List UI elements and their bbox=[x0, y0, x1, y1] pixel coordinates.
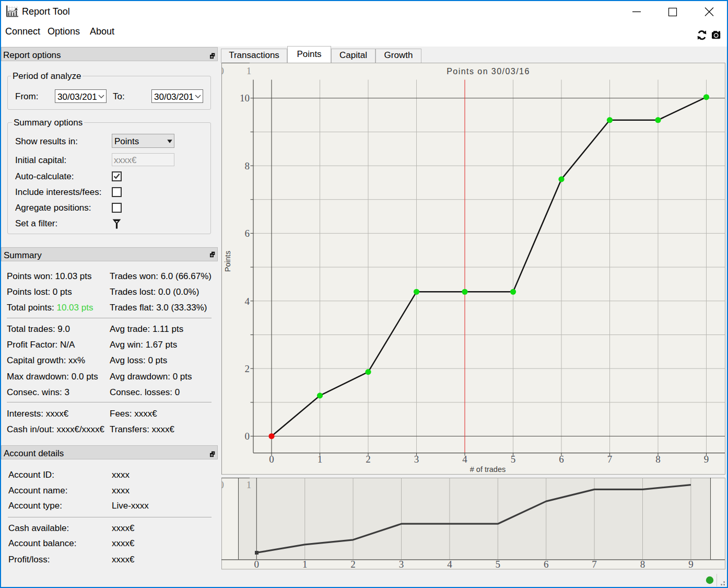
svg-text:0: 0 bbox=[245, 431, 250, 442]
svg-text:1: 1 bbox=[246, 479, 252, 490]
svg-text:9: 9 bbox=[688, 559, 694, 570]
svg-text:1: 1 bbox=[318, 454, 323, 465]
svg-text:Points: Points bbox=[224, 251, 232, 272]
svg-text:8: 8 bbox=[245, 160, 250, 171]
svg-text:7: 7 bbox=[592, 559, 597, 570]
svg-text:Points on 30/03/16: Points on 30/03/16 bbox=[447, 67, 530, 76]
svg-text:3: 3 bbox=[399, 559, 404, 570]
svg-text:0: 0 bbox=[254, 559, 260, 570]
svg-text:2: 2 bbox=[245, 363, 250, 374]
svg-text:0: 0 bbox=[221, 479, 224, 490]
svg-text:1: 1 bbox=[246, 65, 252, 76]
svg-text:6: 6 bbox=[559, 454, 564, 465]
svg-text:7: 7 bbox=[607, 454, 613, 465]
svg-text:9: 9 bbox=[704, 454, 709, 465]
svg-text:8: 8 bbox=[640, 559, 645, 570]
svg-text:3: 3 bbox=[414, 454, 419, 465]
svg-text:4: 4 bbox=[245, 296, 250, 307]
svg-text:5: 5 bbox=[496, 559, 501, 570]
svg-text:0: 0 bbox=[221, 65, 224, 76]
svg-text:4: 4 bbox=[447, 559, 452, 570]
svg-text:4: 4 bbox=[462, 454, 467, 465]
svg-text:0: 0 bbox=[269, 454, 274, 465]
svg-text:# of trades: # of trades bbox=[470, 465, 506, 474]
svg-text:2: 2 bbox=[366, 454, 371, 465]
svg-text:8: 8 bbox=[655, 454, 661, 465]
svg-text:6: 6 bbox=[544, 559, 549, 570]
svg-text:5: 5 bbox=[511, 454, 516, 465]
svg-text:1: 1 bbox=[302, 559, 308, 570]
svg-text:10: 10 bbox=[240, 93, 250, 103]
svg-text:6: 6 bbox=[245, 228, 250, 239]
svg-text:2: 2 bbox=[350, 559, 356, 570]
